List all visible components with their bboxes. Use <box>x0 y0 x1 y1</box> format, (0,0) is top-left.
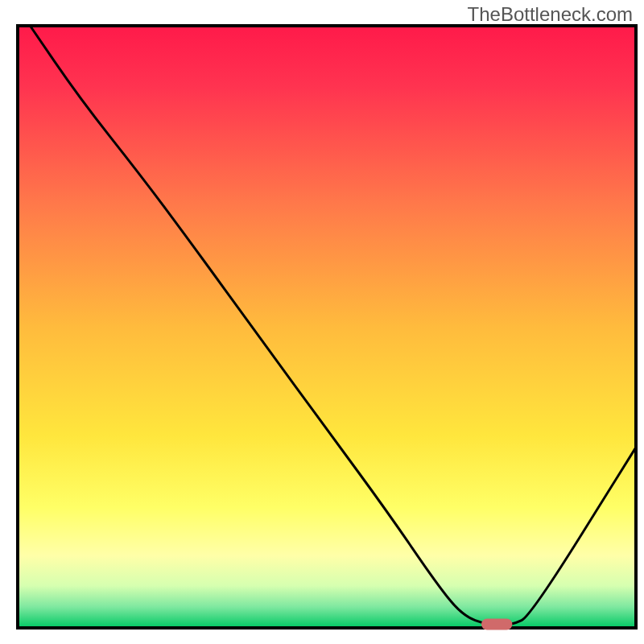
optimal-highlight <box>481 619 512 630</box>
plot-background <box>18 26 636 628</box>
watermark-text: TheBottleneck.com <box>468 3 633 26</box>
chart-frame: TheBottleneck.com <box>0 0 644 644</box>
bottleneck-plot <box>0 0 644 644</box>
